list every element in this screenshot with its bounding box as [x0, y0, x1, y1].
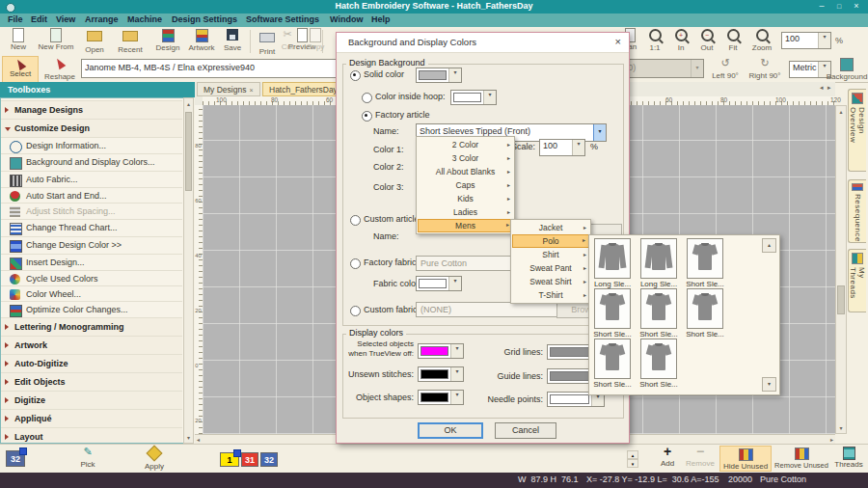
palette-spinner-up[interactable]: ▴ [627, 450, 638, 459]
article-thumbnail[interactable]: Short Sle... [639, 288, 678, 339]
artwork-button[interactable]: Artwork [185, 28, 218, 54]
fabric-color-dropdown[interactable]: ▾ [416, 276, 462, 291]
sidebar-item-optimize-color-changes[interactable]: Optimize Color Changes... [1, 301, 182, 318]
canvas-vertical-scrollbar[interactable]: ▴ ▾ [835, 105, 847, 434]
chevron-down-icon[interactable]: ▾ [450, 344, 463, 358]
selected-objects-color-dropdown[interactable]: ▾ [418, 343, 464, 359]
zoom-1to1-button[interactable]: 1:1 [642, 28, 667, 54]
palette-chip-32[interactable]: 32 [260, 452, 278, 467]
dialog-close-icon[interactable]: × [615, 36, 621, 47]
solid-color-dropdown[interactable]: ▾ [416, 68, 462, 83]
custom-fabric-radio[interactable] [350, 306, 361, 316]
article-thumbnail[interactable]: Long Sle... [593, 238, 632, 288]
add-color-button[interactable]: +Add [654, 446, 681, 472]
menu-item-sweat-shirt[interactable]: Sweat Shirt▸ [512, 275, 589, 288]
close-tab-icon[interactable]: × [249, 87, 257, 94]
zoom-fit-button[interactable]: Fit [721, 28, 745, 54]
remove-unused-button[interactable]: Remove Unused [773, 446, 829, 472]
sidebar-item-background-display-colors[interactable]: Background and Display Colors... [1, 153, 182, 171]
scroll-down-icon[interactable]: ▾ [184, 434, 193, 441]
sidebar-section-layout[interactable]: Layout [1, 427, 182, 444]
menu-item-polo[interactable]: Polo▸ [512, 234, 589, 248]
new-button[interactable]: New [6, 28, 31, 54]
scroll-down-icon[interactable]: ▾ [836, 424, 846, 431]
zoom-out-button[interactable]: −Out [694, 28, 719, 54]
article-thumbnail[interactable]: Short Sle... [593, 288, 632, 339]
chevron-down-icon[interactable]: ▾ [483, 91, 496, 104]
copy-button[interactable]: Copy [302, 28, 329, 54]
sidebar-item-insert-design[interactable]: Insert Design... [1, 254, 182, 271]
cancel-button[interactable]: Cancel [495, 422, 556, 439]
pick-color-button[interactable]: ✎Pick [71, 446, 104, 472]
sidebar-item-change-design-color[interactable]: Change Design Color >> [1, 236, 182, 254]
chevron-down-icon[interactable]: ▾ [818, 33, 830, 48]
chevron-down-icon[interactable]: ▾ [450, 391, 463, 404]
menu-arrange[interactable]: Arrange [85, 14, 119, 24]
hide-unused-button[interactable]: Hide Unused [719, 446, 772, 472]
reshape-tool-button[interactable]: Reshape [41, 56, 79, 82]
menu-item-3-color[interactable]: 3 Color▸ [418, 151, 513, 165]
color-inside-hoop-radio[interactable] [362, 93, 372, 103]
scroll-left-icon[interactable]: ◂ [197, 436, 200, 443]
tab-scroll-right-icon[interactable]: ▸ [827, 84, 831, 92]
rotate-left-90-button[interactable]: ↺Left 90° [707, 57, 744, 83]
solid-color-radio[interactable] [350, 70, 361, 81]
zoom-tool-button[interactable]: Zoom [746, 28, 777, 54]
sidebar-section-auto-digitize[interactable]: Auto-Digitize [1, 354, 182, 373]
menu-machine[interactable]: Machine [127, 14, 162, 24]
menu-item-jacket[interactable]: Jacket▸ [512, 221, 589, 234]
chevron-down-icon[interactable]: ▾ [448, 277, 461, 290]
zoom-level-combobox[interactable]: 100 ▾ [781, 32, 831, 49]
tab-resequence[interactable]: Resequence [848, 179, 866, 243]
unsewn-stitches-color-dropdown[interactable]: ▾ [418, 366, 464, 382]
menu-item-caps[interactable]: Caps▸ [418, 178, 513, 192]
object-shapes-color-dropdown[interactable]: ▾ [418, 390, 464, 405]
new-from-button[interactable]: New From [35, 28, 77, 54]
scroll-up-icon[interactable]: ▴ [836, 108, 846, 115]
background-button[interactable]: Background [826, 57, 868, 83]
palette-chip-1[interactable]: 1 [220, 452, 239, 467]
open-button[interactable]: Open [81, 28, 108, 54]
palette-chip-31[interactable]: 31 [241, 452, 258, 467]
scroll-up-icon[interactable]: ▴ [184, 100, 193, 107]
select-tool-button[interactable]: Select [2, 56, 39, 83]
menu-software-settings[interactable]: Software Settings [246, 14, 319, 24]
menu-file[interactable]: File [8, 14, 23, 24]
menu-help[interactable]: Help [371, 14, 391, 24]
tab-my-designs[interactable]: My Designs× [197, 82, 260, 96]
menu-item-2-color[interactable]: 2 Color▸ [418, 138, 513, 151]
menu-item-all-about-blanks[interactable]: All About Blanks▸ [418, 165, 513, 178]
chevron-down-icon[interactable]: ▾ [450, 367, 463, 381]
sidebar-section-edit-objects[interactable]: Edit Objects [1, 372, 182, 392]
dialog-title-bar[interactable]: Background and Display Colors × [337, 33, 629, 53]
article-thumbnail[interactable]: Short Sle... [593, 339, 632, 389]
minimize-button[interactable]: – [814, 0, 829, 13]
menu-view[interactable]: View [56, 14, 75, 24]
sidebar-section-applique[interactable]: Appliqué [1, 409, 182, 428]
chevron-down-icon[interactable]: ▾ [572, 140, 584, 155]
scale-combobox[interactable]: 100 ▾ [539, 139, 585, 156]
article-thumbnail[interactable]: Short Sle... [686, 238, 724, 288]
restore-button[interactable]: □ [831, 0, 847, 13]
scroll-right-icon[interactable]: ▸ [830, 436, 833, 443]
scrollbar-thumb[interactable] [837, 285, 845, 314]
panel-scroll-up-button[interactable]: ▴ [762, 238, 776, 253]
menu-item-shirt[interactable]: Shirt▸ [512, 248, 589, 261]
factory-article-radio[interactable] [362, 111, 372, 122]
sidebar-section-lettering[interactable]: Lettering / Monogramming [1, 317, 182, 337]
zoom-in-button[interactable]: +In [669, 28, 692, 54]
sidebar-scrollbar[interactable]: ▴ ▾ [183, 97, 194, 444]
menu-item-sweat-pant[interactable]: Sweat Pant▸ [512, 261, 589, 275]
menu-design-settings[interactable]: Design Settings [172, 14, 237, 24]
article-thumbnail[interactable]: Short Sle... [686, 288, 724, 339]
sidebar-section-manage-designs[interactable]: Manage Designs [1, 100, 182, 120]
menu-item-mens[interactable]: Mens▸ [418, 219, 513, 232]
menu-item-t-shirt[interactable]: T-Shirt▸ [512, 288, 589, 302]
recent-button[interactable]: Recent [112, 28, 149, 54]
cut-button[interactable]: ✂Cut [276, 28, 299, 54]
sidebar-section-digitize[interactable]: Digitize [1, 391, 182, 410]
threads-button[interactable]: Threads [831, 446, 866, 472]
factory-fabric-radio[interactable] [350, 258, 361, 269]
sidebar-item-design-information[interactable]: Design Information... [1, 137, 182, 154]
scrollbar-thumb[interactable] [185, 112, 192, 191]
